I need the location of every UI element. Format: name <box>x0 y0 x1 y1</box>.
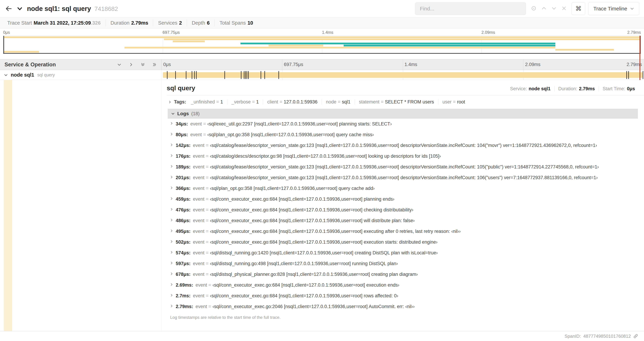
find-input[interactable] <box>415 3 526 15</box>
log-field-value: ‹sql/conn_executor_exec.go:684 [nsql1,cl… <box>210 218 414 223</box>
minimap-canvas[interactable] <box>3 36 641 54</box>
minimap-left-scrubber[interactable] <box>3 36 4 53</box>
log-row[interactable]: 678μs:event=‹sql/distsql_physical_planne… <box>168 269 638 280</box>
minimap-axis-label: 1.4ms <box>322 30 333 35</box>
summary-item-value: 6 <box>207 20 210 26</box>
minimap-span-bar <box>3 36 641 38</box>
log-field-value: ‹sql/catalog/lease/descriptor_version_st… <box>210 175 598 180</box>
link-icon[interactable] <box>633 334 638 338</box>
log-timestamp: 2.7ms: <box>176 293 190 299</box>
log-row[interactable]: 459μs:event=‹sql/conn_executor_exec.go:6… <box>168 194 638 204</box>
log-marker-tick <box>167 71 168 79</box>
span-meta-value: 2.79ms <box>579 86 595 91</box>
logs-section: Logs (18) 34μs:event=‹sql/exec_util.go:2… <box>168 109 638 320</box>
log-row[interactable]: 502μs:event=‹sql/conn_executor_exec.go:6… <box>168 237 638 247</box>
tags-row[interactable]: Tags: _unfinished=1_verbose=1client=127.… <box>167 96 644 108</box>
log-row[interactable]: 189μs:event=‹sql/catalog/lease/descripto… <box>168 161 638 172</box>
summary-item-label: Services <box>158 20 177 26</box>
log-timestamp: 678μs: <box>176 271 190 277</box>
log-row[interactable]: 495μs:event=‹sql/conn_executor_exec.go:6… <box>168 226 638 237</box>
summary-item: Trace StartMarch 31 2022, 17:25:09.326 <box>2 20 106 27</box>
minimap-span-bar <box>164 39 641 40</box>
chevron-right-icon <box>170 132 173 136</box>
log-row[interactable]: 201μs:event=‹sql/catalog/lease/descripto… <box>168 172 638 183</box>
chevron-right-icon <box>170 229 173 232</box>
log-field-value: ‹sql/catalog/lease/descriptor_version_st… <box>210 143 597 148</box>
next-result-icon[interactable] <box>551 6 557 12</box>
logs-title: Logs <box>177 111 189 116</box>
span-detail-meta: Service:node sql1Duration:2.79msStart Ti… <box>506 86 644 92</box>
log-text: event=‹sql/conn_executor_exec.go:684 [ns… <box>196 282 400 288</box>
chevron-down-icon[interactable] <box>4 73 8 77</box>
log-marker-tick <box>245 71 246 79</box>
tags-label: Tags: <box>174 99 186 105</box>
summary-item-value: March 31 2022, 17:25:09 <box>34 20 91 26</box>
chevron-right-icon <box>170 175 173 179</box>
log-equals: = <box>206 250 208 255</box>
chevron-right-icon <box>170 197 173 200</box>
page-title: node sql1: sql query 7418682 <box>27 5 118 13</box>
summary-item: Duration2.79ms <box>106 20 153 27</box>
clear-search-icon[interactable] <box>561 6 567 12</box>
log-row[interactable]: 597μs:event=‹sql/distsql_running.go:498 … <box>168 258 638 269</box>
log-row[interactable]: 486μs:event=‹sql/conn_executor_exec.go:6… <box>168 215 638 226</box>
log-row[interactable]: 2.7ms:event=‹sql/conn_executor_exec.go:6… <box>168 290 638 301</box>
span-row[interactable]: node sql1 sql query <box>0 70 644 80</box>
chevron-down-icon[interactable] <box>117 62 122 67</box>
search-locate-icon[interactable] <box>531 5 537 12</box>
tag-item: client=127.0.0.1:59936 <box>263 99 322 105</box>
chevron-right-icon[interactable] <box>129 62 133 67</box>
trace-summary-bar: Trace StartMarch 31 2022, 17:25:09.326Du… <box>0 17 644 29</box>
log-timestamp: 366μs: <box>176 185 190 191</box>
ruler-label: 697.75μs <box>282 62 303 67</box>
double-chevron-down-icon[interactable] <box>140 62 145 67</box>
tag-equals: = <box>252 99 255 105</box>
log-row[interactable]: 2.79ms:event=‹sql/conn_executor_exec.go:… <box>168 301 638 312</box>
log-row[interactable]: 80μs:event=‹sql/plan_opt.go:358 [nsql1,c… <box>168 129 638 140</box>
log-marker-tick <box>628 71 629 79</box>
logs-rows: 34μs:event=‹sql/exec_util.go:2297 [nsql1… <box>168 119 638 312</box>
log-timestamp: 459μs: <box>176 196 190 202</box>
view-options-button[interactable]: Trace Timeline <box>588 2 639 15</box>
double-chevron-right-icon[interactable] <box>152 62 157 67</box>
log-timestamp: 2.79ms: <box>176 303 193 310</box>
log-row[interactable]: 574μs:event=‹sql/distsql_running.go:1420… <box>168 247 638 258</box>
minimap-span-bar <box>173 41 205 42</box>
log-field-value: ‹sql/distsql_running.go:1420 [nsql1,clie… <box>210 250 438 255</box>
log-timestamp: 495μs: <box>176 228 190 234</box>
tag-equals: = <box>216 99 219 105</box>
span-detail-title: sql query <box>167 85 195 92</box>
view-options-label: Trace Timeline <box>593 6 627 12</box>
logs-header[interactable]: Logs (18) <box>168 109 638 119</box>
collapse-trace-header-chevron-icon[interactable] <box>16 6 23 12</box>
log-row[interactable]: 2.69ms:event=‹sql/conn_executor_exec.go:… <box>168 280 638 290</box>
log-text: event=‹sql/conn_executor_exec.go:684 [ns… <box>193 207 414 213</box>
log-row[interactable]: 176μs:event=‹sql/catalog/descs/descripto… <box>168 151 638 161</box>
summary-item-value: 2 <box>179 20 182 26</box>
span-row-name-cell[interactable]: node sql1 sql query <box>0 70 162 80</box>
detail-left-gutter <box>0 80 162 331</box>
span-duration-bar[interactable] <box>163 72 642 78</box>
log-row[interactable]: 34μs:event=‹sql/exec_util.go:2297 [nsql1… <box>168 119 638 129</box>
span-row-timeline-cell[interactable] <box>162 70 644 80</box>
log-field-value: ‹sql/conn_executor_exec.go:684 [nsql1,cl… <box>210 239 438 245</box>
back-button[interactable] <box>5 5 12 13</box>
minimap-axis-label: 2.09ms <box>482 30 495 35</box>
keyboard-shortcuts-button[interactable]: ⌘ <box>572 2 585 15</box>
chevron-down-icon <box>630 7 634 11</box>
log-row[interactable]: 476μs:event=‹sql/conn_executor_exec.go:6… <box>168 204 638 215</box>
chevron-right-icon <box>168 100 172 104</box>
log-row[interactable]: 366μs:event=‹sql/plan_opt.go:358 [nsql1,… <box>168 183 638 194</box>
log-field-key: event <box>193 196 204 202</box>
span-operation-name: sql query <box>37 72 55 78</box>
prev-result-icon[interactable] <box>541 6 547 12</box>
tag-key: user <box>442 99 452 105</box>
log-text: event=‹sql/catalog/lease/descriptor_vers… <box>193 164 599 170</box>
log-timestamp: 502μs: <box>176 239 190 245</box>
span-meta-label: Service: <box>510 86 527 91</box>
log-field-value: ‹sql/conn_executor_exec.go:2046 [nsql1,c… <box>212 304 414 309</box>
span-detail-header: sql query Service:node sql1Duration:2.79… <box>167 85 644 96</box>
log-row[interactable]: 142μs:event=‹sql/catalog/lease/descripto… <box>168 140 638 151</box>
log-equals: = <box>206 293 208 298</box>
log-equals: = <box>206 272 208 277</box>
